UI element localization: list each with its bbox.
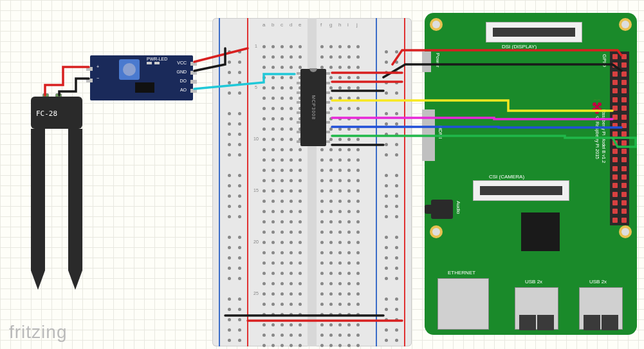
raspberry-pi-3: DSI (DISPLAY) CSI (CAMERA) Power HDMI Au… xyxy=(425,13,637,335)
mcp3008-label: MCP3008 xyxy=(311,95,316,120)
bb-row-15: 15 xyxy=(253,188,259,193)
svg-point-5 xyxy=(595,110,599,114)
module-minus-label: − xyxy=(97,76,99,80)
module-plus-label: + xyxy=(97,64,99,69)
module-pin-ao xyxy=(190,89,197,93)
wire-module-fc28-minus xyxy=(59,79,89,95)
fc28-prong-left xyxy=(31,129,45,270)
bb-rail-pos-left xyxy=(247,18,248,346)
fritzing-canvas: FC-28 PWR-LED + − VCC GND DO AO xyxy=(0,0,644,349)
bb-col-j: j xyxy=(356,22,358,28)
rpi-csi-label: CSI (CAMERA) xyxy=(489,174,524,180)
bb-center-notch xyxy=(308,18,317,346)
rpi-audio-jack xyxy=(431,200,453,219)
rpi-usb-port-2 xyxy=(579,287,623,330)
rpi-soc-chip xyxy=(521,212,560,251)
rpi-mount-hole xyxy=(430,225,443,238)
mcp3008-pins-right xyxy=(326,72,330,143)
bb-row-20: 20 xyxy=(253,240,259,244)
bb-col-i: i xyxy=(347,22,349,28)
module-ao-label: AO xyxy=(180,88,187,92)
module-pwr-led-label: PWR-LED xyxy=(147,57,167,61)
rpi-audio-label: Audio xyxy=(455,201,461,214)
bb-rail-pos-right xyxy=(404,18,405,346)
bb-row-1: 1 xyxy=(255,44,257,48)
module-do-led xyxy=(154,62,160,64)
module-pin-plus xyxy=(86,67,93,71)
raspberry-pi-logo-icon xyxy=(589,97,605,116)
module-vcc-label: VCC xyxy=(177,61,187,65)
module-pin-minus xyxy=(86,79,93,82)
mcp3008-notch xyxy=(309,68,317,72)
rpi-usb-port-1 xyxy=(515,287,558,330)
module-left-header xyxy=(86,67,93,82)
rpi-usb2-label: USB 2x xyxy=(589,279,607,285)
bb-col-g: g xyxy=(329,22,332,28)
rpi-csi-connector xyxy=(473,180,569,201)
bb-rail-neg-right xyxy=(376,18,377,346)
rpi-dsi-label: DSI (DISPLAY) xyxy=(502,44,537,50)
bb-row-25: 25 xyxy=(253,291,259,296)
wire-module-fc28-plus xyxy=(45,67,89,95)
moisture-comparator-module: PWR-LED + − VCC GND DO AO xyxy=(90,55,193,100)
module-right-header xyxy=(190,62,197,93)
rpi-dsi-connector xyxy=(486,22,582,42)
module-pwr-led xyxy=(147,62,152,64)
rpi-mount-hole xyxy=(430,18,443,31)
module-lm393-chip xyxy=(135,82,154,93)
fc28-prong-right xyxy=(68,129,82,270)
rpi-copyright-label: © Raspberry Pi 2015 xyxy=(595,116,600,159)
breadboard: a b c d e f g h i j 1 5 10 15 20 25 xyxy=(212,18,412,346)
mcp3008-adc-chip: MCP3008 xyxy=(300,69,326,146)
mcp3008-pins-left xyxy=(297,72,300,143)
rpi-usb1-label: USB 2x xyxy=(525,279,542,285)
bb-col-b: b xyxy=(271,22,274,28)
module-do-label: DO xyxy=(180,79,187,83)
bb-col-e: e xyxy=(299,22,301,28)
fc28-label: FC-28 xyxy=(36,109,57,118)
bb-col-h: h xyxy=(338,22,341,28)
bb-col-c: c xyxy=(281,22,283,28)
module-potentiometer[interactable] xyxy=(119,59,140,80)
module-pin-do xyxy=(190,80,197,84)
rpi-model-label: Raspberry Pi Model B v1.2 xyxy=(602,109,606,163)
rpi-hdmi-port xyxy=(422,109,435,161)
fc28-soil-probe: FC-28 xyxy=(31,97,82,277)
module-pin-vcc xyxy=(190,62,197,66)
bb-rail-neg-left xyxy=(219,18,220,346)
bb-row-10: 10 xyxy=(253,137,259,141)
rpi-eth-label: ETHERNET xyxy=(448,270,475,276)
bb-col-f: f xyxy=(320,22,322,28)
module-pin-gnd xyxy=(190,71,197,75)
rpi-power-label: Power xyxy=(435,53,441,68)
fritzing-watermark: fritzing xyxy=(9,322,67,343)
rpi-mount-hole xyxy=(619,18,632,31)
rpi-gpio-label: GPIO xyxy=(602,54,607,67)
bb-col-d: d xyxy=(290,22,292,28)
module-gnd-label: GND xyxy=(176,70,187,74)
rpi-hdmi-label: HDMI xyxy=(437,126,443,138)
bb-col-a: a xyxy=(262,22,265,28)
rpi-ethernet-port xyxy=(437,278,489,330)
bb-row-5: 5 xyxy=(255,85,257,90)
rpi-mount-hole xyxy=(619,225,632,238)
rpi-gpio-header xyxy=(610,52,629,225)
rpi-micro-usb-power xyxy=(422,52,431,72)
